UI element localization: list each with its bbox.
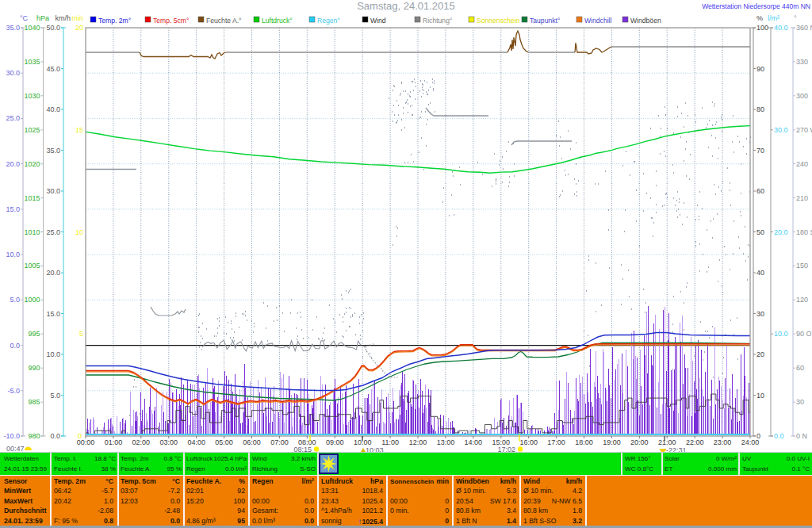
svg-text:10:03: 10:03 [366, 446, 384, 452]
svg-text:30: 30 [796, 398, 804, 406]
svg-text:21:00: 21:00 [658, 438, 676, 446]
svg-text:-10.0: -10.0 [3, 432, 20, 440]
svg-text:15.0: 15.0 [6, 205, 20, 213]
svg-text:01:00: 01:00 [105, 438, 123, 446]
svg-text:14:00: 14:00 [465, 438, 483, 446]
svg-text:17:00: 17:00 [547, 438, 565, 446]
svg-text:50: 50 [756, 228, 764, 236]
svg-text:-22:31: -22:31 [666, 446, 687, 452]
svg-text:240: 240 [796, 160, 808, 168]
svg-text:1010: 1010 [24, 228, 40, 236]
svg-text:Regen°: Regen° [317, 17, 340, 25]
svg-text:995: 995 [28, 330, 40, 338]
svg-text:20.0: 20.0 [6, 160, 20, 168]
svg-text:35.0: 35.0 [6, 24, 20, 32]
svg-text:20.0: 20.0 [774, 228, 788, 236]
svg-text:07:00: 07:00 [270, 438, 289, 446]
svg-text:10.0: 10.0 [774, 330, 788, 338]
svg-text:180 S: 180 S [796, 228, 812, 236]
svg-text:23:00: 23:00 [714, 438, 732, 446]
svg-text:16:00: 16:00 [519, 438, 538, 446]
svg-text:22:00: 22:00 [686, 438, 704, 446]
svg-text:06:00: 06:00 [243, 438, 261, 446]
svg-text:10: 10 [756, 392, 764, 400]
svg-text:1025: 1025 [24, 126, 40, 134]
svg-text:50.0: 50.0 [46, 24, 60, 32]
svg-text:40: 40 [756, 269, 764, 277]
svg-text:19:00: 19:00 [603, 438, 621, 446]
svg-text:45.0: 45.0 [46, 65, 60, 73]
svg-text:0 N: 0 N [796, 432, 807, 440]
svg-text:25.0: 25.0 [46, 228, 60, 236]
svg-text:150: 150 [796, 262, 808, 270]
svg-text:Wetterstation Niedersorpe 440m: Wetterstation Niedersorpe 440m NN [702, 2, 810, 10]
svg-text:20: 20 [75, 24, 83, 32]
svg-text:30.0: 30.0 [46, 187, 60, 195]
svg-text:00:47: 00:47 [6, 445, 25, 452]
svg-text:20:00: 20:00 [630, 438, 649, 446]
svg-text:17:02: 17:02 [497, 446, 515, 452]
svg-text:l/m²: l/m² [768, 14, 779, 22]
svg-text:330: 330 [796, 58, 808, 66]
svg-text:1020: 1020 [24, 160, 40, 168]
svg-text:30.0: 30.0 [774, 126, 788, 134]
svg-text:5.0: 5.0 [10, 296, 20, 304]
svg-text:120: 120 [796, 296, 808, 304]
svg-text:5.0: 5.0 [50, 392, 60, 400]
svg-text:Sonnenschein: Sonnenschein [477, 17, 520, 25]
svg-text:Windchill: Windchill [584, 17, 611, 25]
svg-text:1005: 1005 [24, 262, 40, 270]
svg-text:30.0: 30.0 [6, 69, 20, 77]
svg-text:hPa: hPa [36, 14, 49, 22]
svg-text:°: ° [794, 14, 797, 22]
svg-text:Windböen: Windböen [630, 17, 661, 25]
svg-text:08:15: 08:15 [293, 446, 312, 452]
svg-text:40.0: 40.0 [774, 24, 788, 32]
svg-text:Wind: Wind [370, 17, 386, 25]
svg-text:15.0: 15.0 [46, 310, 60, 318]
svg-text:980: 980 [28, 432, 40, 440]
svg-text:1000: 1000 [24, 296, 40, 304]
svg-text:30: 30 [756, 310, 764, 318]
svg-text:270 W: 270 W [796, 126, 812, 134]
svg-text:Temp. 2m°: Temp. 2m° [98, 17, 131, 25]
svg-text:Samstag, 24.01.2015: Samstag, 24.01.2015 [357, 0, 455, 12]
svg-text:Feuchte A.°: Feuchte A.° [206, 17, 242, 25]
svg-text:210: 210 [796, 194, 808, 202]
svg-text:985: 985 [28, 398, 40, 406]
svg-text:25.0: 25.0 [6, 114, 20, 122]
svg-text:1030: 1030 [24, 92, 40, 100]
svg-text:360 N: 360 N [796, 24, 812, 32]
svg-text:04:00: 04:00 [187, 438, 205, 446]
svg-text:90: 90 [756, 65, 764, 73]
svg-text:10.0: 10.0 [46, 350, 60, 358]
svg-text:05:00: 05:00 [215, 438, 233, 446]
svg-text:24:00: 24:00 [741, 438, 760, 446]
svg-text:1035: 1035 [24, 58, 40, 66]
svg-text:90 O: 90 O [796, 330, 812, 338]
svg-text:300: 300 [796, 92, 808, 100]
svg-text:15: 15 [75, 126, 83, 134]
svg-text:°C: °C [20, 14, 29, 22]
svg-text:10.0: 10.0 [6, 251, 20, 258]
svg-text:100: 100 [756, 24, 768, 32]
svg-text:35.0: 35.0 [46, 147, 60, 155]
svg-text:0.0: 0.0 [10, 342, 20, 350]
svg-text:20.0: 20.0 [46, 269, 60, 277]
svg-text:80: 80 [756, 105, 764, 113]
svg-text:0.0: 0.0 [774, 432, 784, 440]
svg-text:Richtung°: Richtung° [423, 17, 452, 25]
svg-text:60: 60 [796, 364, 804, 372]
svg-text:00:00: 00:00 [77, 438, 95, 446]
svg-text:12:00: 12:00 [409, 438, 427, 446]
svg-text:18:00: 18:00 [575, 438, 593, 446]
svg-text:0.0: 0.0 [50, 432, 60, 440]
svg-text:-5.0: -5.0 [7, 387, 20, 395]
svg-text:Temp. 5cm°: Temp. 5cm° [153, 17, 189, 25]
svg-text:min: min [71, 14, 83, 22]
svg-text:10: 10 [75, 228, 83, 236]
svg-text:Luftdruck°: Luftdruck° [262, 17, 293, 25]
svg-text:990: 990 [28, 364, 40, 372]
svg-text:Taupunkt°: Taupunkt° [530, 17, 560, 25]
svg-text:13:00: 13:00 [437, 438, 455, 446]
